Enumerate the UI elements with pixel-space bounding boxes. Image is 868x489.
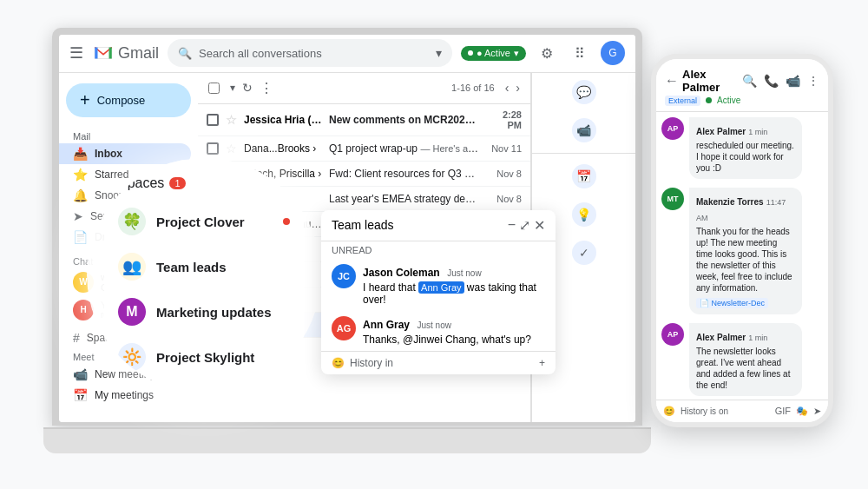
prev-page-icon[interactable]: ‹: [505, 81, 510, 95]
phone-msg-1: AP Alex Palmer1 min rescheduled our meet…: [661, 117, 823, 179]
phone-msg-3: AP Alex Palmer1 min The newsletter looks…: [661, 323, 823, 396]
search-dropdown-icon[interactable]: ▾: [436, 46, 442, 60]
select-all-checkbox[interactable]: [208, 83, 220, 94]
phone-msg-2: MT Makenzie Torres11:47 AM Thank you for…: [661, 188, 823, 314]
space-item-marketing[interactable]: M Marketing updates: [104, 289, 304, 334]
svg-rect-1: [95, 48, 97, 59]
email-date: Nov 11: [487, 143, 522, 154]
starred-icon: ⭐: [73, 168, 88, 182]
phone-device: ← Alex Palmer 🔍 📞 📹 ⋮ External Active: [651, 54, 833, 427]
chat-emoji-icon[interactable]: 😊: [332, 357, 345, 369]
newsletter-tag: 📄 Newsletter-Dec: [696, 298, 768, 308]
email-date: Nov 8: [487, 169, 522, 179]
right-panel-video[interactable]: 📹: [532, 111, 635, 149]
team-leads-expand-icon[interactable]: ⤢: [519, 217, 530, 234]
phone-msg-bubble-3: Alex Palmer1 min The newsletter looks gr…: [689, 323, 802, 396]
space-icon-marketing: M: [118, 298, 146, 326]
email-sender: Dana...Brooks ›: [244, 142, 322, 155]
keep-panel-icon: 💡: [572, 202, 596, 227]
inbox-label: Inbox: [95, 148, 122, 160]
phone-header-icons: 🔍 📞 📹 ⋮: [742, 74, 819, 88]
phone-external-badge: External: [665, 96, 700, 106]
spaces-popup-title: Spaces: [118, 175, 164, 191]
chat-time-jason: Just now: [447, 268, 481, 278]
compose-plus-icon: +: [80, 90, 90, 110]
chat-add-icon[interactable]: +: [539, 357, 545, 369]
star-icon[interactable]: ☆: [226, 142, 237, 155]
email-checkbox[interactable]: [207, 114, 219, 126]
phone-msg-bubble-1: Alex Palmer1 min rescheduled our meeting…: [689, 117, 802, 179]
active-badge[interactable]: ● Active ▾: [461, 46, 526, 61]
hamburger-icon[interactable]: ☰: [69, 43, 83, 63]
phone-input-row[interactable]: 😊 History is on GIF 🎭 ➤: [656, 400, 828, 422]
email-row[interactable]: ☆ Jessica Hria (via Google. New comments…: [198, 104, 530, 136]
chat-message-jason: JC Jason Coleman Just now I heard that A…: [321, 259, 556, 311]
compose-label: Compose: [97, 94, 146, 107]
chat-msg-content-jason: Jason Coleman Just now I heard that Ann …: [363, 264, 545, 306]
phone-chat-header: ← Alex Palmer 🔍 📞 📹 ⋮ External Active: [656, 59, 828, 112]
phone-msg-avatar-3: AP: [661, 323, 684, 346]
my-meetings-icon: 📅: [73, 388, 88, 402]
space-name-team-leads: Team leads: [156, 260, 227, 274]
phone-video-icon[interactable]: 📹: [786, 74, 800, 88]
phone-gif-icon[interactable]: GIF: [775, 406, 791, 416]
phone-send-icon[interactable]: ➤: [813, 406, 821, 417]
phone-msg-bubble-2: Makenzie Torres11:47 AM Thank you for th…: [689, 188, 802, 314]
email-date: Nov 8: [487, 194, 522, 204]
team-leads-minimize-icon[interactable]: −: [508, 217, 516, 234]
chat-input-row[interactable]: 😊 History in +: [321, 351, 556, 374]
chat-sender-ann: Ann Gray: [363, 319, 410, 331]
dropdown-icon[interactable]: ▾: [230, 82, 235, 94]
team-leads-close-icon[interactable]: ✕: [534, 217, 545, 234]
drafts-icon: 📄: [73, 230, 88, 244]
spaces-add-icon[interactable]: +: [280, 174, 290, 192]
space-name-skylight: Project Skylight: [156, 350, 254, 365]
phone-search-icon[interactable]: 🔍: [742, 74, 757, 88]
phone-more-icon[interactable]: ⋮: [807, 74, 819, 88]
spaces-popup: Spaces 1 + 🍀 Project Clover 👥 Team leads…: [104, 160, 304, 390]
phone-chat-name: Alex Palmer: [682, 68, 742, 94]
chat-text-jason: I heard that Ann Gray was taking that ov…: [363, 281, 545, 306]
unread-label: UNREAD: [321, 241, 556, 259]
phone-msg-text-1: rescheduled our meeting. I hope it could…: [696, 140, 795, 174]
email-row[interactable]: ☆ Dana...Brooks › Q1 project wrap-up — H…: [198, 136, 530, 162]
gmail-m-icon: [92, 42, 115, 64]
chat-text-ann: Thanks, @Jinwei Chang, what's up?: [363, 334, 545, 346]
mail-section-label: Mail: [59, 128, 198, 143]
space-item-project-clover[interactable]: 🍀 Project Clover: [104, 199, 304, 244]
more-icon[interactable]: ⋮: [260, 80, 273, 96]
chat-time-ann: Just now: [417, 320, 450, 330]
mention-ann-gray: Ann Gray: [418, 281, 464, 294]
spaces-popup-header: Spaces 1 +: [104, 170, 304, 199]
pagination-info: 1-16 of 16: [451, 83, 495, 93]
phone-back-icon[interactable]: ←: [665, 73, 679, 89]
new-meeting-icon: 📹: [73, 367, 88, 381]
refresh-icon[interactable]: ↻: [242, 81, 253, 95]
phone-emoji-icon[interactable]: 😊: [663, 406, 675, 417]
star-icon[interactable]: ☆: [226, 113, 237, 127]
search-bar[interactable]: 🔍 Search all conversations ▾: [168, 39, 452, 67]
phone-msg-text-2: Thank you for the heads up! The new meet…: [696, 226, 795, 294]
team-leads-title: Team leads: [332, 218, 394, 232]
space-icon-team-leads: 👥: [118, 253, 146, 281]
phone-msg-avatar-1: AP: [661, 117, 684, 140]
google-apps-icon[interactable]: ⠿: [568, 41, 592, 65]
settings-icon[interactable]: ⚙: [535, 41, 559, 65]
user-avatar[interactable]: G: [601, 41, 625, 65]
phone-sticker-icon[interactable]: 🎭: [796, 406, 808, 417]
right-panel-calendar[interactable]: 📅: [532, 157, 635, 195]
phone-screen: ← Alex Palmer 🔍 📞 📹 ⋮ External Active: [656, 59, 828, 422]
compose-button[interactable]: + Compose: [66, 83, 191, 117]
space-item-team-leads[interactable]: 👥 Team leads: [104, 244, 304, 289]
chat-avatar-ann: AG: [332, 316, 356, 340]
email-checkbox[interactable]: [207, 142, 219, 155]
next-page-icon[interactable]: ›: [516, 81, 520, 95]
email-date: 2:28 PM: [487, 109, 522, 130]
phone-history-label: History is on: [681, 406, 770, 416]
space-item-skylight[interactable]: 🔆 Project Skylight: [104, 334, 304, 380]
phone-call-icon[interactable]: 📞: [764, 74, 779, 88]
phone-header-top: ← Alex Palmer 🔍 📞 📹 ⋮: [665, 68, 819, 94]
chat-panel-icon: 💬: [572, 80, 596, 104]
chat-avatar-jason: JC: [332, 264, 356, 288]
right-panel-chat[interactable]: 💬: [532, 73, 635, 111]
